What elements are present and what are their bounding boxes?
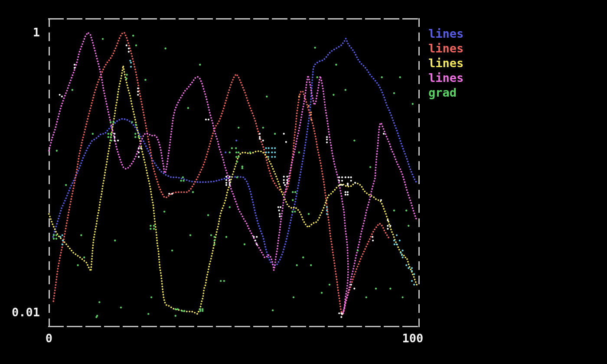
y-axis-tick-min: 0.01	[10, 306, 40, 319]
legend-item-lines-magenta: lines	[428, 71, 463, 85]
legend-item-grad-green: grad	[428, 85, 463, 100]
legend-item-lines-blue: lines	[428, 26, 463, 41]
legend-item-lines-yellow: lines	[428, 56, 463, 71]
x-axis-tick-max: 100	[400, 332, 426, 345]
scatter-plot-canvas	[0, 0, 607, 364]
x-axis-tick-min: 0	[42, 332, 55, 345]
legend: lines lines lines lines grad	[428, 26, 463, 100]
terminal-plot-screen: 1 0.01 0 100 lines lines lines lines gra…	[0, 0, 607, 364]
legend-item-lines-red: lines	[428, 41, 463, 56]
y-axis-tick-max: 1	[10, 26, 40, 39]
